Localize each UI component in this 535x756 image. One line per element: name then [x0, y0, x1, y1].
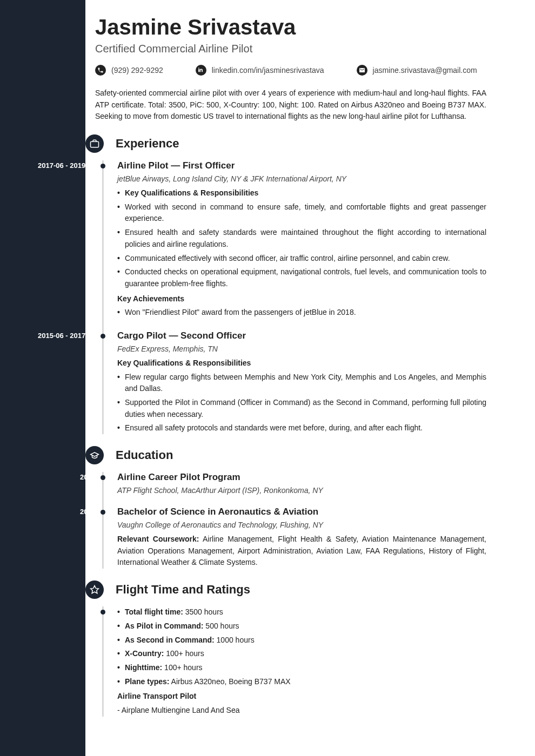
exp1-body: Key Qualifications & Responsibilities Wo… — [117, 187, 486, 319]
experience-entry-1: 2017-06 - 2019-07 Airline Pilot — First … — [117, 160, 486, 319]
section-header-experience: Experience — [93, 134, 486, 153]
flight-l6b: Airbus A320neo, Boeing B737 MAX — [169, 677, 290, 686]
flight-l1: Total flight time: 3500 hours — [117, 606, 486, 618]
flight-l2a: As Pilot in Command: — [125, 622, 203, 630]
flight-timeline: Total flight time: 3500 hours As Pilot i… — [103, 606, 486, 717]
edu1-title: Airline Career Pilot Program — [117, 472, 486, 483]
linkedin-icon — [196, 65, 206, 76]
section-header-flight: Flight Time and Ratings — [93, 580, 486, 599]
section-flight: Flight Time and Ratings Total flight tim… — [95, 580, 486, 717]
exp1-b4: Conducted checks on operational equipmen… — [117, 266, 486, 289]
main-content: Jasmine Srivastava Certified Commercial … — [85, 0, 535, 756]
contact-row: (929) 292-9292 linkedin.com/in/jasminesr… — [95, 65, 486, 76]
education-entry-1: 2015 Airline Career Pilot Program ATP Fl… — [117, 472, 486, 495]
experience-timeline: 2017-06 - 2019-07 Airline Pilot — First … — [103, 160, 486, 434]
phone-icon — [95, 65, 106, 76]
contact-linkedin: linkedin.com/in/jasminesrivastava — [196, 65, 324, 76]
flight-l5a: Nighttime: — [125, 663, 162, 672]
contact-email: jasmine.srivastava@gmail.com — [357, 65, 477, 76]
exp1-b1: Worked with second in command to ensure … — [117, 201, 486, 225]
contact-phone: (929) 292-9292 — [95, 65, 163, 76]
section-header-education: Education — [93, 446, 486, 464]
section-title-education: Education — [116, 448, 173, 462]
summary-text: Safety-oriented commercial airline pilot… — [95, 87, 486, 123]
flight-l3: As Second in Command: 1000 hours — [117, 634, 486, 646]
edu2-title: Bachelor of Science in Aeronautics & Avi… — [117, 507, 486, 517]
section-title-flight: Flight Time and Ratings — [116, 583, 250, 597]
flight-l5b: 100+ hours — [162, 663, 202, 672]
exp2-b3: Ensured all safety protocols and standar… — [117, 422, 486, 434]
exp2-b2: Supported the Pilot in Command (Officer … — [117, 397, 486, 420]
exp1-ka: Key Achievements — [117, 293, 486, 305]
flight-l3b: 1000 hours — [215, 636, 255, 644]
section-title-experience: Experience — [116, 137, 179, 151]
resume-page: Jasmine Srivastava Certified Commercial … — [0, 0, 535, 756]
exp2-sub: FedEx Express, Memphis, TN — [117, 345, 486, 353]
edu2-rc-label: Relevant Coursework: — [117, 535, 199, 543]
graduation-cap-icon — [85, 446, 104, 464]
flight-l6a: Plane types: — [125, 677, 169, 686]
flight-atp-sub: - Airplane Multiengine Land And Sea — [117, 705, 486, 717]
flight-l1b: 3500 hours — [183, 608, 223, 616]
flight-l5: Nighttime: 100+ hours — [117, 662, 486, 674]
date-exp2: 2015-06 - 2017-06 — [15, 332, 96, 340]
svg-rect-0 — [91, 141, 99, 147]
section-education: Education 2015 Airline Career Pilot Prog… — [95, 446, 486, 569]
flight-l4b: 100+ hours — [164, 649, 204, 658]
email-icon — [357, 65, 367, 76]
exp1-title: Airline Pilot — First Officer — [117, 160, 486, 171]
sidebar — [0, 0, 85, 756]
exp1-kq: Key Qualifications & Responsibilities — [125, 188, 258, 197]
svg-marker-1 — [91, 586, 99, 593]
section-experience: Experience 2017-06 - 2019-07 Airline Pil… — [95, 134, 486, 434]
briefcase-icon — [85, 134, 104, 153]
exp2-body: Key Qualifications & Responsibilities Fl… — [117, 357, 486, 434]
person-name: Jasmine Srivastava — [95, 15, 486, 39]
experience-entry-2: 2015-06 - 2017-06 Cargo Pilot — Second O… — [117, 330, 486, 434]
flight-body: Total flight time: 3500 hours As Pilot i… — [117, 606, 486, 717]
exp1-a1: Won "Friendliest Pilot" award from the p… — [117, 307, 486, 319]
edu1-sub: ATP Flight School, MacArthur Airport (IS… — [117, 486, 486, 495]
flight-atp: Airline Transport Pilot — [117, 691, 486, 703]
exp2-b1: Flew regular cargo flights between Memph… — [117, 372, 486, 395]
flight-l3a: As Second in Command: — [125, 636, 215, 644]
person-title: Certified Commercial Airline Pilot — [95, 43, 486, 55]
education-entry-2: 2013 Bachelor of Science in Aeronautics … — [117, 507, 486, 569]
linkedin-text: linkedin.com/in/jasminesrivastava — [212, 66, 324, 75]
edu2-body: Relevant Coursework: Airline Management,… — [117, 534, 486, 569]
date-edu2: 2013 — [15, 508, 96, 516]
flight-l2b: 500 hours — [203, 622, 239, 630]
flight-l1a: Total flight time: — [125, 608, 183, 616]
star-icon — [85, 580, 104, 599]
exp1-b3: Communicated effectively with second off… — [117, 253, 486, 265]
exp1-b2: Ensured health and safety standards were… — [117, 227, 486, 250]
phone-text: (929) 292-9292 — [111, 66, 163, 75]
flight-entry: Total flight time: 3500 hours As Pilot i… — [117, 606, 486, 717]
flight-l6: Plane types: Airbus A320neo, Boeing B737… — [117, 676, 486, 688]
date-edu1: 2015 — [15, 473, 96, 481]
education-timeline: 2015 Airline Career Pilot Program ATP Fl… — [103, 472, 486, 569]
date-exp1: 2017-06 - 2019-07 — [15, 161, 96, 170]
exp2-kq: Key Qualifications & Responsibilities — [117, 357, 486, 369]
flight-l2: As Pilot in Command: 500 hours — [117, 620, 486, 632]
flight-l4: X-Country: 100+ hours — [117, 648, 486, 660]
email-text: jasmine.srivastava@gmail.com — [373, 66, 477, 75]
flight-l4a: X-Country: — [125, 649, 164, 658]
exp1-sub: jetBlue Airways, Long Island City, NY & … — [117, 174, 486, 183]
exp2-title: Cargo Pilot — Second Officer — [117, 330, 486, 341]
edu2-sub: Vaughn College of Aeronautics and Techno… — [117, 521, 486, 529]
